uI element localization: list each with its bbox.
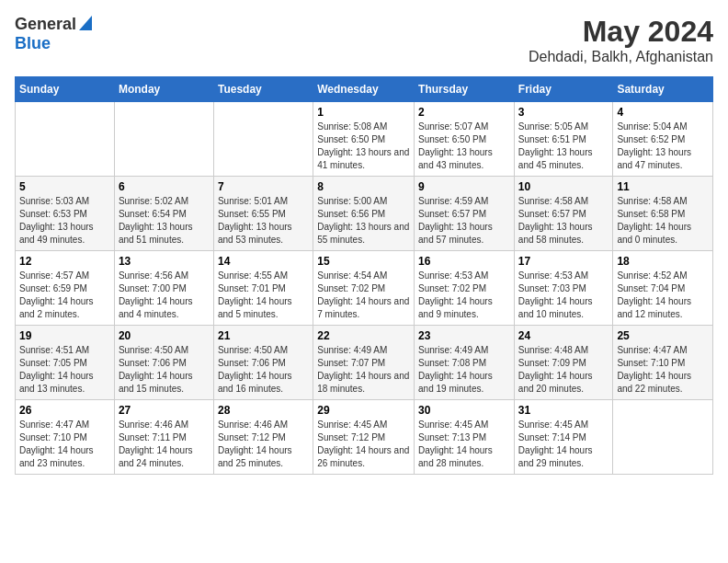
- day-number: 28: [218, 404, 309, 417]
- calendar-cell: 20Sunrise: 4:50 AM Sunset: 7:06 PM Dayli…: [114, 326, 213, 400]
- day-number: 20: [119, 329, 210, 342]
- calendar-cell: 28Sunrise: 4:46 AM Sunset: 7:12 PM Dayli…: [213, 400, 313, 475]
- weekday-header-sunday: Sunday: [16, 77, 115, 102]
- day-info: Sunrise: 4:54 AM Sunset: 7:02 PM Dayligh…: [317, 270, 410, 321]
- calendar-cell: 16Sunrise: 4:53 AM Sunset: 7:02 PM Dayli…: [415, 251, 515, 326]
- calendar-week-5: 26Sunrise: 4:47 AM Sunset: 7:10 PM Dayli…: [16, 400, 713, 475]
- calendar-cell: 1Sunrise: 5:08 AM Sunset: 6:50 PM Daylig…: [313, 102, 415, 177]
- calendar-cell: [613, 400, 713, 475]
- logo-general-text: General: [15, 15, 76, 34]
- day-info: Sunrise: 5:05 AM Sunset: 6:51 PM Dayligh…: [518, 121, 609, 172]
- day-number: 30: [418, 404, 510, 417]
- day-info: Sunrise: 4:50 AM Sunset: 7:06 PM Dayligh…: [218, 344, 309, 396]
- day-info: Sunrise: 4:45 AM Sunset: 7:13 PM Dayligh…: [418, 419, 510, 470]
- calendar-cell: 5Sunrise: 5:03 AM Sunset: 6:53 PM Daylig…: [16, 177, 115, 251]
- weekday-header-wednesday: Wednesday: [313, 77, 415, 102]
- calendar-week-3: 12Sunrise: 4:57 AM Sunset: 6:59 PM Dayli…: [16, 251, 713, 326]
- calendar-cell: 19Sunrise: 4:51 AM Sunset: 7:05 PM Dayli…: [16, 326, 115, 400]
- day-number: 15: [317, 255, 410, 268]
- day-info: Sunrise: 4:53 AM Sunset: 7:03 PM Dayligh…: [518, 270, 609, 321]
- day-info: Sunrise: 4:48 AM Sunset: 7:09 PM Dayligh…: [518, 344, 609, 396]
- day-number: 7: [218, 180, 309, 193]
- calendar-cell: 12Sunrise: 4:57 AM Sunset: 6:59 PM Dayli…: [16, 251, 115, 326]
- day-number: 26: [19, 404, 110, 417]
- day-number: 10: [518, 180, 609, 193]
- day-number: 24: [518, 329, 609, 342]
- logo-blue-text: Blue: [15, 34, 51, 52]
- day-info: Sunrise: 5:03 AM Sunset: 6:53 PM Dayligh…: [19, 195, 110, 247]
- logo-triangle-icon: [79, 16, 92, 34]
- day-info: Sunrise: 4:47 AM Sunset: 7:10 PM Dayligh…: [617, 344, 709, 396]
- day-number: 25: [617, 329, 709, 342]
- calendar-cell: 3Sunrise: 5:05 AM Sunset: 6:51 PM Daylig…: [514, 102, 613, 177]
- calendar-cell: 31Sunrise: 4:45 AM Sunset: 7:14 PM Dayli…: [514, 400, 613, 475]
- weekday-header-thursday: Thursday: [415, 77, 515, 102]
- day-number: 17: [518, 255, 609, 268]
- subtitle: Dehdadi, Balkh, Afghanistan: [529, 49, 713, 65]
- calendar-cell: 18Sunrise: 4:52 AM Sunset: 7:04 PM Dayli…: [613, 251, 713, 326]
- day-number: 16: [418, 255, 510, 268]
- day-number: 13: [119, 255, 210, 268]
- calendar-week-4: 19Sunrise: 4:51 AM Sunset: 7:05 PM Dayli…: [16, 326, 713, 400]
- calendar-cell: 26Sunrise: 4:47 AM Sunset: 7:10 PM Dayli…: [16, 400, 115, 475]
- day-info: Sunrise: 4:50 AM Sunset: 7:06 PM Dayligh…: [119, 344, 210, 396]
- calendar-cell: 2Sunrise: 5:07 AM Sunset: 6:50 PM Daylig…: [415, 102, 515, 177]
- day-info: Sunrise: 5:02 AM Sunset: 6:54 PM Dayligh…: [119, 195, 210, 247]
- calendar-cell: 4Sunrise: 5:04 AM Sunset: 6:52 PM Daylig…: [613, 102, 713, 177]
- weekday-header-saturday: Saturday: [613, 77, 713, 102]
- day-number: 27: [119, 404, 210, 417]
- day-info: Sunrise: 5:04 AM Sunset: 6:52 PM Dayligh…: [617, 121, 709, 172]
- day-info: Sunrise: 5:00 AM Sunset: 6:56 PM Dayligh…: [317, 195, 410, 247]
- day-info: Sunrise: 4:49 AM Sunset: 7:08 PM Dayligh…: [418, 344, 510, 396]
- calendar-week-1: 1Sunrise: 5:08 AM Sunset: 6:50 PM Daylig…: [16, 102, 713, 177]
- calendar-cell: 21Sunrise: 4:50 AM Sunset: 7:06 PM Dayli…: [213, 326, 313, 400]
- weekday-header-tuesday: Tuesday: [213, 77, 313, 102]
- calendar-cell: 14Sunrise: 4:55 AM Sunset: 7:01 PM Dayli…: [213, 251, 313, 326]
- day-number: 23: [418, 329, 510, 342]
- calendar-cell: 29Sunrise: 4:45 AM Sunset: 7:12 PM Dayli…: [313, 400, 415, 475]
- day-info: Sunrise: 4:56 AM Sunset: 7:00 PM Dayligh…: [119, 270, 210, 321]
- calendar-cell: 27Sunrise: 4:46 AM Sunset: 7:11 PM Dayli…: [114, 400, 213, 475]
- day-number: 8: [317, 180, 410, 193]
- calendar-cell: 23Sunrise: 4:49 AM Sunset: 7:08 PM Dayli…: [415, 326, 515, 400]
- day-info: Sunrise: 5:07 AM Sunset: 6:50 PM Dayligh…: [418, 121, 510, 172]
- day-info: Sunrise: 5:08 AM Sunset: 6:50 PM Dayligh…: [317, 121, 410, 172]
- day-info: Sunrise: 4:46 AM Sunset: 7:11 PM Dayligh…: [119, 419, 210, 470]
- day-number: 18: [617, 255, 709, 268]
- calendar-cell: 22Sunrise: 4:49 AM Sunset: 7:07 PM Dayli…: [313, 326, 415, 400]
- day-number: 5: [19, 180, 110, 193]
- calendar-cell: 17Sunrise: 4:53 AM Sunset: 7:03 PM Dayli…: [514, 251, 613, 326]
- day-number: 3: [518, 106, 609, 119]
- calendar-cell: 15Sunrise: 4:54 AM Sunset: 7:02 PM Dayli…: [313, 251, 415, 326]
- weekday-header-monday: Monday: [114, 77, 213, 102]
- logo: General Blue: [15, 15, 92, 53]
- calendar-cell: 13Sunrise: 4:56 AM Sunset: 7:00 PM Dayli…: [114, 251, 213, 326]
- day-info: Sunrise: 4:53 AM Sunset: 7:02 PM Dayligh…: [418, 270, 510, 321]
- calendar-cell: 9Sunrise: 4:59 AM Sunset: 6:57 PM Daylig…: [415, 177, 515, 251]
- day-number: 11: [617, 180, 709, 193]
- day-info: Sunrise: 4:57 AM Sunset: 6:59 PM Dayligh…: [19, 270, 110, 321]
- day-info: Sunrise: 4:46 AM Sunset: 7:12 PM Dayligh…: [218, 419, 309, 470]
- day-number: 14: [218, 255, 309, 268]
- day-number: 12: [19, 255, 110, 268]
- day-info: Sunrise: 4:49 AM Sunset: 7:07 PM Dayligh…: [317, 344, 410, 396]
- day-number: 9: [418, 180, 510, 193]
- day-info: Sunrise: 5:01 AM Sunset: 6:55 PM Dayligh…: [218, 195, 309, 247]
- day-info: Sunrise: 4:45 AM Sunset: 7:14 PM Dayligh…: [518, 419, 609, 470]
- calendar-cell: 11Sunrise: 4:58 AM Sunset: 6:58 PM Dayli…: [613, 177, 713, 251]
- day-number: 4: [617, 106, 709, 119]
- calendar-table: SundayMondayTuesdayWednesdayThursdayFrid…: [15, 76, 713, 475]
- day-info: Sunrise: 4:59 AM Sunset: 6:57 PM Dayligh…: [418, 195, 510, 247]
- day-info: Sunrise: 4:55 AM Sunset: 7:01 PM Dayligh…: [218, 270, 309, 321]
- svg-marker-0: [79, 16, 92, 30]
- day-info: Sunrise: 4:52 AM Sunset: 7:04 PM Dayligh…: [617, 270, 709, 321]
- day-number: 31: [518, 404, 609, 417]
- calendar-cell: [114, 102, 213, 177]
- calendar-header: SundayMondayTuesdayWednesdayThursdayFrid…: [16, 77, 713, 102]
- day-info: Sunrise: 4:45 AM Sunset: 7:12 PM Dayligh…: [317, 419, 410, 470]
- day-info: Sunrise: 4:58 AM Sunset: 6:57 PM Dayligh…: [518, 195, 609, 247]
- day-number: 19: [19, 329, 110, 342]
- day-number: 22: [317, 329, 410, 342]
- calendar-cell: 24Sunrise: 4:48 AM Sunset: 7:09 PM Dayli…: [514, 326, 613, 400]
- calendar-week-2: 5Sunrise: 5:03 AM Sunset: 6:53 PM Daylig…: [16, 177, 713, 251]
